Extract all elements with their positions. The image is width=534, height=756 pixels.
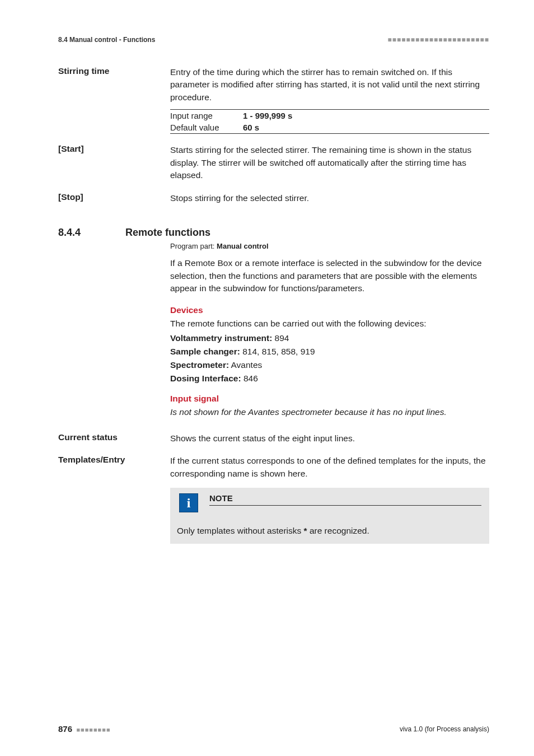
device-dosing-interface: Dosing Interface: 846	[170, 374, 489, 384]
section-body: Program part: Manual control If a Remote…	[170, 242, 489, 418]
footer-left: 876 ■■■■■■■■	[58, 724, 111, 734]
device-voltammetry-val: 894	[272, 333, 289, 343]
devices-heading: Devices	[170, 305, 489, 315]
param-current-status: Current status Shows the current status …	[58, 432, 489, 445]
note-body-pre: Only templates without asterisks	[177, 526, 304, 535]
note-title: NOTE	[209, 493, 481, 506]
device-sample-changer-val: 814, 815, 858, 919	[240, 347, 315, 356]
default-value-key: Default value	[170, 123, 243, 132]
device-dosing-interface-label: Dosing Interface:	[170, 374, 241, 383]
section-intro: If a Remote Box or a remote interface is…	[170, 257, 489, 295]
footer-right: viva 1.0 (for Process analysis)	[400, 725, 489, 733]
note-icon-wrap: i	[170, 488, 202, 518]
note-body: Only templates without asterisks * are r…	[170, 518, 489, 544]
input-range-val: 1 - 999,999 s	[243, 111, 292, 120]
info-icon: i	[179, 493, 198, 512]
input-range-key: Input range	[170, 111, 243, 120]
header-marker-dots: ■■■■■■■■■■■■■■■■■■■■■■	[388, 36, 489, 44]
device-spectrometer-val: Avantes	[229, 360, 262, 370]
current-status-label: Current status	[58, 432, 170, 442]
param-stirring-time: Stirring time Entry of the time during w…	[58, 66, 489, 134]
program-part-prefix: Program part:	[170, 242, 217, 250]
device-sample-changer: Sample changer: 814, 815, 858, 919	[170, 347, 489, 357]
note-body-post: are recognized.	[307, 526, 369, 535]
device-voltammetry-label: Voltammetry instrument:	[170, 333, 272, 343]
device-dosing-interface-val: 846	[241, 374, 258, 383]
param-start: [Start] Starts stirring for the selected…	[58, 144, 489, 181]
stirring-time-spec-table: Input range 1 - 999,999 s Default value …	[170, 109, 489, 134]
stop-desc: Stops stirring for the selected stirrer.	[170, 192, 489, 204]
device-spectrometer-label: Spectrometer:	[170, 360, 229, 370]
start-desc: Starts stirring for the selected stirrer…	[170, 144, 489, 181]
device-sample-changer-label: Sample changer:	[170, 347, 240, 356]
program-part-line: Program part: Manual control	[170, 242, 489, 250]
stirring-time-desc: Entry of the time during which the stirr…	[170, 66, 489, 104]
param-templates-entry: Templates/Entry If the current status co…	[58, 455, 489, 544]
devices-intro: The remote functions can be carried out …	[170, 318, 489, 330]
page-footer: 876 ■■■■■■■■ viva 1.0 (for Process analy…	[58, 724, 489, 734]
note-box: i NOTE Only templates without asterisks …	[170, 488, 489, 544]
start-label: [Start]	[58, 144, 170, 154]
param-stop: [Stop] Stops stirring for the selected s…	[58, 192, 489, 204]
device-voltammetry: Voltammetry instrument: 894	[170, 333, 489, 343]
section-title: Remote functions	[125, 227, 210, 239]
program-part-value: Manual control	[217, 242, 268, 250]
header-section-path: 8.4 Manual control - Functions	[58, 36, 155, 44]
stirring-time-label: Stirring time	[58, 66, 170, 76]
section-number: 8.4.4	[58, 227, 125, 239]
default-value-val: 60 s	[243, 123, 259, 132]
footer-marker-dots: ■■■■■■■■	[76, 726, 110, 733]
input-signal-note: Is not shown for the Avantes spectromete…	[170, 406, 489, 418]
templates-entry-desc: If the current status corresponds to one…	[170, 455, 489, 480]
current-status-desc: Shows the current status of the eight in…	[170, 432, 489, 445]
device-spectrometer: Spectrometer: Avantes	[170, 360, 489, 370]
running-header: 8.4 Manual control - Functions ■■■■■■■■■…	[58, 36, 489, 44]
templates-entry-label: Templates/Entry	[58, 455, 170, 465]
page-number: 876	[58, 724, 72, 734]
input-signal-heading: Input signal	[170, 394, 489, 404]
section-heading: 8.4.4 Remote functions	[58, 227, 489, 239]
stop-label: [Stop]	[58, 192, 170, 202]
